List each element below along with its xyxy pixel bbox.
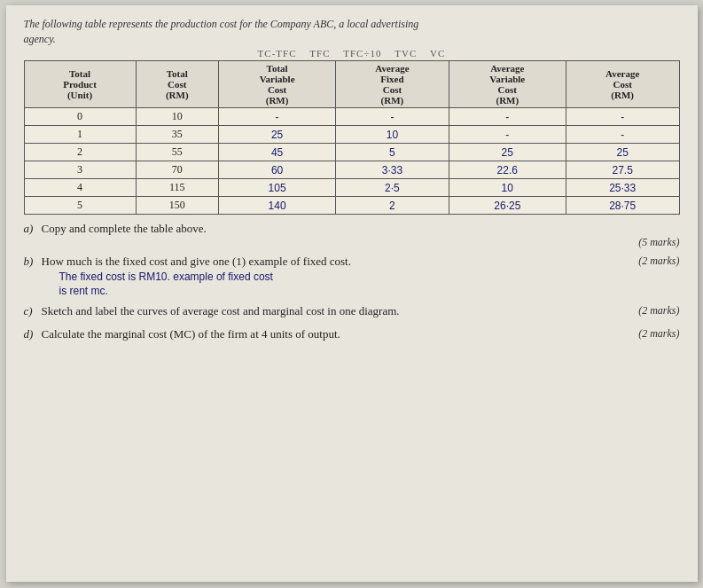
col-header-tvc: TotalVariableCost(RM) (219, 61, 336, 108)
question-a: a) Copy and complete the table above. (5… (24, 222, 680, 249)
cell-afc-0: - (336, 108, 449, 126)
cell-ac-3: 27.5 (566, 161, 679, 179)
cell-tvc-5: 140 (219, 197, 336, 215)
cell-unit-1: 1 (24, 126, 136, 144)
formula-line: TC-TFC TFC TFC÷10 TVC VC (24, 48, 680, 59)
q-a-text: Copy and complete the table above. (42, 222, 207, 235)
cell-tvc-3: 60 (219, 161, 336, 179)
q-a-marks: (5 marks) (42, 236, 680, 249)
q-c-label: c) (24, 304, 42, 318)
cell-tvc-0: - (219, 108, 336, 126)
col-header-ac: AverageCost(RM) (566, 61, 679, 108)
cell-afc-4: 2·5 (336, 179, 449, 197)
cell-unit-2: 2 (24, 144, 136, 161)
cell-tvc-4: 105 (219, 179, 336, 197)
q-d-text: Calculate the marginal cost (MC) of the … (42, 327, 639, 341)
cell-avc-0: - (449, 108, 566, 126)
cell-tvc-2: 45 (219, 144, 336, 161)
cell-ac-4: 25·33 (566, 179, 679, 197)
cell-tc-3: 70 (136, 161, 219, 179)
table-row: 0 10 - - - - (24, 108, 679, 126)
cell-afc-1: 10 (336, 126, 449, 144)
q-b-answer1: The fixed cost is RM10. example of fixed… (59, 270, 680, 283)
q-c-text: Sketch and label the curves of average c… (42, 304, 639, 318)
q-d-marks: (2 marks) (638, 327, 679, 341)
q-b-answer2: is rent mc. (59, 285, 680, 297)
cost-table: TotalProduct(Unit) TotalCost(RM) TotalVa… (24, 60, 680, 215)
cell-afc-3: 3·33 (336, 161, 449, 179)
q-b-text: How much is the fixed cost and give one … (42, 255, 639, 269)
cell-unit-0: 0 (24, 108, 136, 126)
cell-ac-0: - (566, 108, 679, 126)
table-row: 2 55 45 5 25 25 (24, 144, 679, 161)
cell-afc-5: 2 (336, 197, 449, 215)
cell-tc-2: 55 (136, 144, 219, 161)
cell-tc-5: 150 (136, 197, 219, 215)
cell-unit-4: 4 (24, 179, 136, 197)
col-header-tc: TotalCost(RM) (136, 61, 219, 108)
q-b-marks: (2 marks) (638, 255, 679, 269)
cell-avc-3: 22.6 (449, 161, 566, 179)
table-row: 5 150 140 2 26·25 28·75 (24, 197, 679, 215)
cell-tc-1: 35 (136, 126, 219, 144)
q-c-marks: (2 marks) (638, 304, 679, 318)
question-b: b) How much is the fixed cost and give o… (24, 255, 680, 297)
question-c: c) Sketch and label the curves of averag… (24, 304, 680, 318)
question-d: d) Calculate the marginal cost (MC) of t… (24, 327, 680, 341)
cell-avc-5: 26·25 (449, 197, 566, 215)
cell-avc-4: 10 (449, 179, 566, 197)
q-d-label: d) (24, 327, 42, 341)
q-b-label: b) (24, 255, 42, 269)
q-a-label: a) (24, 222, 42, 236)
cell-tvc-1: 25 (219, 126, 336, 144)
table-row: 3 70 60 3·33 22.6 27.5 (24, 161, 679, 179)
col-header-unit: TotalProduct(Unit) (24, 61, 136, 108)
intro-line2: agency. (24, 33, 680, 46)
table-row: 1 35 25 10 - - (24, 126, 679, 144)
cell-unit-3: 3 (24, 161, 136, 179)
cell-unit-5: 5 (24, 197, 136, 215)
col-header-avc: AverageVariableCost(RM) (449, 61, 566, 108)
cell-ac-5: 28·75 (566, 197, 679, 215)
cell-tc-4: 115 (136, 179, 219, 197)
cell-avc-2: 25 (449, 144, 566, 161)
intro-line1: The following table represents the produ… (24, 18, 680, 31)
cell-tc-0: 10 (136, 108, 219, 126)
col-header-afc: AverageFixedCost(RM) (336, 61, 449, 108)
cell-ac-2: 25 (566, 144, 679, 161)
cell-ac-1: - (566, 126, 679, 144)
page: The following table represents the produ… (6, 5, 698, 582)
cell-avc-1: - (449, 126, 566, 144)
table-row: 4 115 105 2·5 10 25·33 (24, 179, 679, 197)
cell-afc-2: 5 (336, 144, 449, 161)
